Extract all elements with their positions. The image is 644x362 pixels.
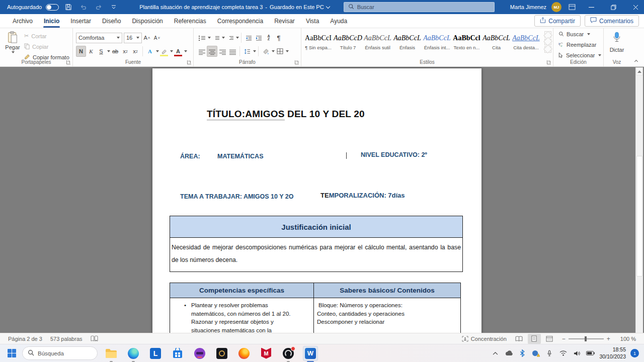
- page-indicator[interactable]: Página 2 de 3: [4, 336, 46, 342]
- notification-badge[interactable]: 1: [630, 349, 639, 357]
- tab-insertar[interactable]: Insertar: [65, 15, 97, 27]
- cut-button[interactable]: ✂ Cortar: [24, 32, 69, 40]
- restore-button[interactable]: [605, 0, 622, 14]
- line-spacing-button[interactable]: [242, 46, 252, 57]
- share-button[interactable]: Compartir: [534, 15, 581, 27]
- dictate-button[interactable]: Dictar: [604, 31, 630, 53]
- zoom-out-button[interactable]: −: [562, 335, 566, 342]
- underline-button[interactable]: S: [96, 46, 106, 57]
- dark-compass-app-icon[interactable]: [214, 346, 229, 361]
- zoom-in-button[interactable]: +: [607, 335, 610, 342]
- styles-dialog-launcher[interactable]: [547, 60, 551, 64]
- font-dialog-launcher[interactable]: [187, 60, 191, 64]
- print-layout-button[interactable]: [528, 334, 541, 344]
- grow-font-button[interactable]: A˄: [142, 32, 152, 43]
- shrink-font-button[interactable]: A˅: [152, 32, 162, 43]
- tab-vista[interactable]: Vista: [300, 15, 325, 27]
- style-titulo-7[interactable]: AaBbCcD Título 7: [333, 31, 363, 54]
- copy-button[interactable]: Copiar: [24, 42, 69, 51]
- edge-icon[interactable]: [126, 346, 141, 361]
- align-right-button[interactable]: [217, 46, 227, 57]
- save-icon[interactable]: [63, 2, 74, 12]
- tray-expand-chevron-icon[interactable]: [491, 349, 500, 358]
- bold-button[interactable]: N: [76, 46, 86, 57]
- start-button[interactable]: [4, 346, 19, 361]
- zoom-slider-thumb[interactable]: [585, 336, 587, 341]
- proofing-errors-icon[interactable]: [87, 335, 102, 342]
- tab-correspondencia[interactable]: Correspondencia: [212, 15, 269, 27]
- zoom-slider[interactable]: [569, 338, 604, 339]
- styles-gallery-more[interactable]: [544, 46, 551, 53]
- speaker-icon[interactable]: [572, 349, 581, 358]
- ribbon-display-options-icon[interactable]: [567, 2, 578, 12]
- vertical-scrollbar[interactable]: [635, 67, 643, 333]
- align-center-button[interactable]: [207, 46, 217, 57]
- titlebar-search-box[interactable]: [344, 2, 495, 12]
- style-enfasis-sutil[interactable]: AaBbCcL Énfasis sutil: [363, 31, 392, 54]
- l-app-icon[interactable]: L: [148, 346, 163, 361]
- taskbar-search-box[interactable]: [22, 346, 98, 360]
- redo-icon[interactable]: [93, 2, 104, 12]
- superscript-button[interactable]: x2: [130, 46, 140, 57]
- text-effects-button[interactable]: A: [145, 46, 155, 57]
- tab-inicio[interactable]: Inicio: [38, 15, 65, 27]
- tab-referencias[interactable]: Referencias: [169, 15, 212, 27]
- shading-button[interactable]: [261, 46, 271, 57]
- style-cita[interactable]: AaBbCcL Cita: [481, 31, 511, 54]
- strikethrough-button[interactable]: ab: [110, 46, 120, 57]
- align-left-button[interactable]: [197, 46, 207, 57]
- font-size-combo[interactable]: 16: [124, 33, 142, 43]
- file-explorer-icon[interactable]: [104, 346, 119, 361]
- onedrive-icon[interactable]: [504, 349, 513, 358]
- bluetooth-icon[interactable]: [518, 349, 527, 358]
- tab-disposicion[interactable]: Disposición: [126, 15, 168, 27]
- font-family-combo[interactable]: Comfortaa: [76, 33, 122, 43]
- user-name[interactable]: Marta Jimenez: [510, 4, 546, 10]
- autosave-toggle[interactable]: [46, 4, 59, 11]
- numbering-button[interactable]: [211, 32, 221, 43]
- replace-button[interactable]: bc Reemplazar: [558, 40, 603, 49]
- mcafee-icon[interactable]: M: [259, 346, 274, 361]
- tab-diseno[interactable]: Diseño: [97, 15, 126, 27]
- minimize-button[interactable]: [583, 0, 600, 14]
- alert-icon[interactable]: [531, 349, 540, 358]
- show-paragraph-marks-button[interactable]: ¶: [274, 32, 284, 43]
- clipboard-dialog-launcher[interactable]: [66, 60, 70, 64]
- microphone-tray-icon[interactable]: [545, 349, 554, 358]
- search-input[interactable]: [357, 4, 490, 10]
- battery-icon[interactable]: [586, 349, 595, 358]
- undo-icon[interactable]: [78, 2, 89, 12]
- firefox-icon[interactable]: [236, 346, 252, 361]
- taskbar-search-input[interactable]: [38, 350, 92, 356]
- obs-icon[interactable]: [281, 346, 296, 361]
- font-color-button[interactable]: A: [173, 46, 183, 57]
- paste-button[interactable]: Pegar: [4, 31, 21, 60]
- close-button[interactable]: [627, 0, 644, 14]
- subscript-button[interactable]: x2: [120, 46, 130, 57]
- document-canvas[interactable]: TÍTULO:AMIGOS DEL 10 Y DEL 20 ÁREA: MATE…: [0, 67, 644, 333]
- word-count[interactable]: 573 palabras: [46, 336, 87, 342]
- bullets-button[interactable]: [197, 32, 207, 43]
- microsoft-store-icon[interactable]: [170, 346, 185, 361]
- select-button[interactable]: Seleccionar: [558, 50, 603, 60]
- word-icon[interactable]: W: [303, 346, 318, 361]
- clock[interactable]: 18:55 30/10/2023: [599, 346, 626, 359]
- justify-button[interactable]: [227, 46, 237, 57]
- borders-button[interactable]: [275, 46, 285, 57]
- paragraph-dialog-launcher[interactable]: [295, 60, 299, 64]
- find-button[interactable]: Buscar: [558, 29, 603, 39]
- collapse-ribbon-button[interactable]: [631, 57, 641, 64]
- document-page[interactable]: TÍTULO:AMIGOS DEL 10 Y DEL 20 ÁREA: MATE…: [152, 68, 481, 333]
- avatar[interactable]: MJ: [551, 2, 561, 12]
- highlight-color-button[interactable]: [159, 46, 169, 57]
- increase-indent-button[interactable]: [254, 32, 264, 43]
- web-layout-button[interactable]: [543, 334, 556, 344]
- tab-archivo[interactable]: Archivo: [7, 15, 38, 27]
- sort-button[interactable]: AZ: [264, 32, 274, 43]
- document-title-area[interactable]: Plantilla situación de aprendizaje compl…: [139, 4, 330, 10]
- style-texto-en-negrita[interactable]: AaBbCcl Texto en n...: [452, 31, 481, 54]
- decrease-indent-button[interactable]: [244, 32, 254, 43]
- style-enfasis[interactable]: AaBbCcL Énfasis: [392, 31, 422, 54]
- tab-ayuda[interactable]: Ayuda: [325, 15, 353, 27]
- comments-button[interactable]: Comentarios: [585, 15, 639, 27]
